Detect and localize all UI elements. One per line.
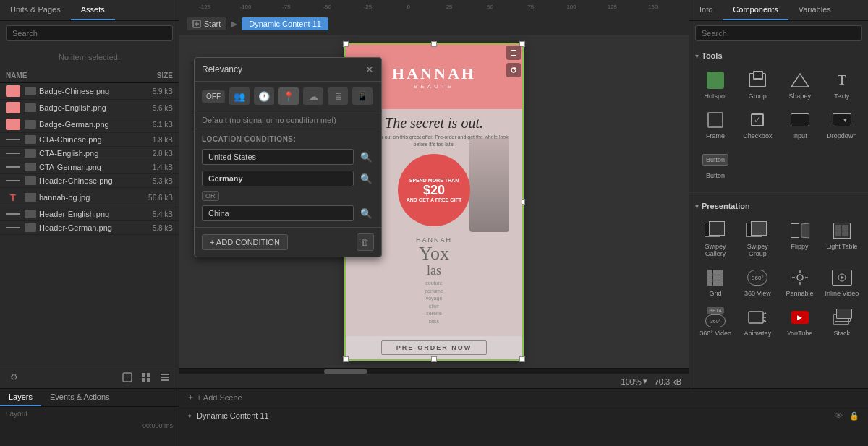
list-item[interactable]: CTA-German.png 1.4 kB <box>0 160 179 174</box>
asset-name: Header-Chinese.png <box>39 176 133 185</box>
tab-layers[interactable]: Layers <box>0 389 41 406</box>
horizontal-scrollbar[interactable] <box>179 368 689 374</box>
tab-info[interactable]: Info <box>689 0 723 20</box>
presentation-grid: Swipey Gallery Swipey Group <box>689 213 868 344</box>
list-item[interactable]: Badge-Chinese.png 5.9 kB <box>0 83 179 100</box>
tool-360-view[interactable]: 360° 360 View <box>737 263 778 301</box>
tab-components[interactable]: Components <box>723 0 788 20</box>
tool-grid[interactable]: Grid <box>695 263 736 301</box>
layer-visibility-button[interactable]: 👁 <box>832 409 845 422</box>
tool-checkbox[interactable]: ✓ Checkbox <box>737 106 778 144</box>
relevancy-time-icon[interactable]: 🕐 <box>254 87 274 105</box>
tool-stack[interactable]: Stack <box>822 303 862 341</box>
asset-name: Badge-Chinese.png <box>39 87 133 95</box>
tool-swipey-group-label: Swipey Group <box>740 243 775 257</box>
layer-actions: 👁 🔒 <box>832 409 861 422</box>
expand-button[interactable] <box>506 46 521 60</box>
brand-name: HANNAH <box>392 64 476 83</box>
tab-events-actions[interactable]: Events & Actions <box>41 389 119 406</box>
relevancy-toggle-off[interactable]: OFF <box>202 90 225 103</box>
relevancy-weather-icon[interactable]: ☁ <box>303 87 323 105</box>
grid-view-icon[interactable] <box>138 369 154 385</box>
tools-section-header[interactable]: ▾ Tools <box>689 48 868 63</box>
relevancy-device-icon[interactable]: 📱 <box>352 87 373 105</box>
list-view-icon[interactable] <box>157 369 173 385</box>
tool-light-table[interactable]: Light Table <box>822 216 862 262</box>
tool-grid-label: Grid <box>710 290 722 297</box>
zoom-level[interactable]: 100% ▾ <box>621 377 647 386</box>
add-scene-button[interactable]: ＋ + Add Scene <box>187 392 242 403</box>
list-item[interactable]: Badge-English.png 5.6 kB <box>0 100 179 116</box>
asset-list: Badge-Chinese.png 5.9 kB Badge-English.p… <box>0 83 179 366</box>
tool-inline-video[interactable]: Inline Video <box>822 263 862 301</box>
tool-button[interactable]: Button Button <box>695 145 736 184</box>
tab-variables[interactable]: Variables <box>788 0 841 20</box>
layout-label: Layout <box>0 407 179 421</box>
left-search-input[interactable] <box>6 25 173 41</box>
list-item[interactable]: CTA-English.png 2.8 kB <box>0 147 179 160</box>
condition-input-2[interactable] <box>202 205 354 221</box>
list-item[interactable]: Badge-German.png 6.1 kB <box>0 116 179 133</box>
list-item[interactable]: CTA-Chinese.png 1.8 kB <box>0 133 179 147</box>
condition-search-0[interactable]: 🔍 <box>358 149 374 165</box>
handle-bottom-left[interactable] <box>343 356 349 362</box>
handle-top-mid[interactable] <box>431 41 437 47</box>
tab-units-pages[interactable]: Units & Pages <box>0 0 71 20</box>
presentation-section-header[interactable]: ▾ Presentation <box>689 199 868 213</box>
tool-swipey-gallery[interactable]: Swipey Gallery <box>695 216 736 262</box>
tool-flippy[interactable]: Flippy <box>780 216 820 262</box>
list-item[interactable]: T hannah-bg.jpg 56.6 kB <box>0 188 179 207</box>
tool-inline-video-label: Inline Video <box>825 290 859 297</box>
add-scene-label: + Add Scene <box>197 393 242 402</box>
button-icon: Button <box>702 154 728 166</box>
tool-hotspot[interactable]: Hotspot <box>695 66 736 104</box>
tool-swipey-group[interactable]: Swipey Group <box>737 216 778 262</box>
group-icon <box>749 73 766 87</box>
delete-condition-button[interactable]: 🗑 <box>357 233 374 251</box>
tool-texty[interactable]: T Texty <box>822 66 862 104</box>
tool-shapey-label: Shapey <box>788 93 811 100</box>
list-item[interactable]: Header-German.png 5.8 kB <box>0 221 179 235</box>
tool-pannable[interactable]: Pannable <box>780 263 820 301</box>
add-asset-icon[interactable] <box>119 369 135 385</box>
tool-frame[interactable]: Frame <box>695 106 736 144</box>
add-condition-button[interactable]: + ADD CONDITION <box>202 234 288 250</box>
list-item[interactable]: Header-English.png 5.4 kB <box>0 207 179 221</box>
ruler-horizontal: -125 -100 -75 -50 -25 0 25 50 75 100 125… <box>179 0 689 13</box>
relevancy-screen-icon[interactable]: 🖥 <box>328 87 348 105</box>
tab-assets[interactable]: Assets <box>71 0 115 20</box>
tool-360-view-label: 360 View <box>744 290 771 297</box>
canvas-area: Relevancy ✕ OFF 👥 🕐 📍 ☁ 🖥 📱 Default (no … <box>179 35 689 368</box>
breadcrumb-start-button[interactable]: Start <box>187 17 226 30</box>
tool-animatey[interactable]: Animatey <box>737 303 778 341</box>
handle-top-left[interactable] <box>343 41 349 47</box>
tools-section-title: Tools <box>702 51 723 60</box>
cta-button[interactable]: PRE-ORDER NOW <box>381 340 488 355</box>
svg-rect-6 <box>161 377 169 378</box>
condition-input-0[interactable] <box>202 149 354 165</box>
layer-lock-button[interactable]: 🔒 <box>848 409 861 422</box>
refresh-button[interactable] <box>506 63 521 77</box>
tool-group[interactable]: Group <box>737 66 778 104</box>
relevancy-condition-row-0: 🔍 <box>195 146 381 168</box>
center-panel: -125 -100 -75 -50 -25 0 25 50 75 100 125… <box>179 0 689 388</box>
tool-input[interactable]: Input <box>780 106 820 144</box>
relevancy-people-icon[interactable]: 👥 <box>229 87 250 105</box>
texty-icon: T <box>838 74 846 87</box>
left-bottom-toolbar: ⚙ <box>0 366 179 388</box>
handle-bottom-mid[interactable] <box>431 356 437 362</box>
condition-input-1[interactable] <box>202 171 354 186</box>
tool-youtube[interactable]: YouTube <box>780 303 820 341</box>
condition-search-2[interactable]: 🔍 <box>358 205 374 221</box>
tool-shapey[interactable]: Shapey <box>780 66 820 104</box>
relevancy-close-button[interactable]: ✕ <box>365 64 374 75</box>
right-search-input[interactable] <box>695 25 862 41</box>
relevancy-location-icon[interactable]: 📍 <box>278 87 299 105</box>
tool-dropdown[interactable]: Dropdown <box>822 106 862 144</box>
handle-bottom-right[interactable] <box>519 356 525 362</box>
tool-360-video[interactable]: BETA 360° 360° Video <box>695 303 736 341</box>
gear-icon[interactable]: ⚙ <box>6 369 22 385</box>
bottom-left: Layers Events & Actions Layout 00:000 ms <box>0 389 179 446</box>
list-item[interactable]: Header-Chinese.png 5.3 kB <box>0 174 179 188</box>
condition-search-1[interactable]: 🔍 <box>358 171 374 186</box>
